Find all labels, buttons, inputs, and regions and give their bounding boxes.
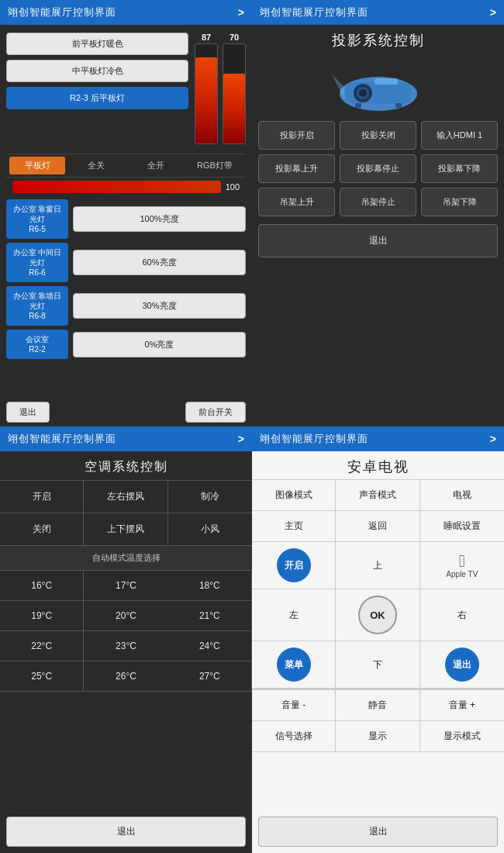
tv-display-mode-btn[interactable]: 显示模式 [420, 721, 504, 752]
dpad-ok-circle: OK [358, 596, 397, 634]
dpad-down-btn[interactable]: 下 [336, 641, 419, 689]
ac-off-btn[interactable]: 关闭 [0, 513, 84, 546]
ac-temp-16[interactable]: 16°C [0, 571, 84, 601]
rgb-bar: 100 [6, 178, 246, 196]
sliders-section: 前平板灯暖色 中平板灯冷色 R2-3 后平板灯 87 70 [6, 29, 246, 154]
svg-rect-7 [395, 103, 402, 108]
slider-2-label: 70 [230, 33, 239, 42]
mid-panel-cool-btn[interactable]: 中平板灯冷色 [6, 60, 188, 82]
hanger-stop-btn[interactable]: 吊架停止 [340, 188, 416, 216]
svg-marker-8 [332, 74, 344, 99]
projector-content: 投影系统控制 投影开启 投影关闭 输入H [252, 25, 504, 427]
light-buttons: 前平板灯暖色 中平板灯冷色 R2-3 后平板灯 [6, 33, 188, 147]
tab-all-on[interactable]: 全开 [128, 157, 184, 174]
projector-title: 投影系统控制 [332, 31, 425, 50]
ac-on-btn[interactable]: 开启 [0, 481, 84, 513]
lighting-exit-btn[interactable]: 退出 [6, 402, 50, 423]
screen-down-btn[interactable]: 投影幕下降 [421, 154, 498, 183]
front-desk-switch-btn[interactable]: 前台开关 [185, 402, 246, 423]
tv-sound-mode-btn[interactable]: 声音模式 [336, 480, 419, 511]
ac-panel-header: 翊创智能展厅控制界面 > [0, 427, 252, 451]
projector-exit-btn[interactable]: 退出 [258, 224, 498, 257]
tv-back-btn[interactable]: 返回 [336, 511, 419, 542]
slider-2-track[interactable] [223, 43, 246, 144]
ac-title: 空调系统控制 [0, 451, 252, 480]
tv-image-mode-btn[interactable]: 图像模式 [252, 480, 336, 511]
projector-panel-arrow: > [490, 6, 496, 19]
front-panel-warm-btn[interactable]: 前平板灯暖色 [6, 33, 188, 55]
tv-grid-row1: 图像模式 声音模式 电视 主页 返回 睡眠设置 [252, 479, 504, 542]
slider-1-track[interactable] [195, 43, 218, 144]
ac-temp-24[interactable]: 24°C [168, 631, 252, 661]
tv-mute-btn[interactable]: 静音 [336, 690, 419, 721]
projector-panel-title: 翊创智能展厅控制界面 [260, 5, 368, 19]
tab-panel-light[interactable]: 平板灯 [9, 157, 65, 174]
tab-all-off[interactable]: 全关 [68, 157, 124, 174]
ac-exit-btn[interactable]: 退出 [6, 817, 246, 847]
ac-cool-btn[interactable]: 制冷 [168, 481, 252, 513]
tv-signal-btn[interactable]: 信号选择 [252, 721, 336, 752]
tv-tv-btn[interactable]: 电视 [420, 480, 504, 511]
ac-auto-mode-label: 自动模式温度选择 [0, 546, 252, 571]
screen-stop-btn[interactable]: 投影幕停止 [340, 154, 416, 183]
ac-swing-ud-btn[interactable]: 上下摆风 [84, 513, 167, 546]
dimmer-label-1: 办公室 中间日光灯R6-6 [6, 243, 68, 282]
dimmer-pct-2[interactable]: 30%亮度 [73, 293, 246, 319]
proj-on-btn[interactable]: 投影开启 [258, 121, 335, 150]
dimmer-label-2: 办公室 靠墙日光灯R6-8 [6, 286, 68, 326]
dimmer-pct-3[interactable]: 0%亮度 [73, 332, 246, 357]
apple-icon:  [459, 553, 465, 570]
dpad-menu-btn[interactable]: 菜单 [252, 641, 336, 689]
ac-temp-26[interactable]: 26°C [84, 661, 167, 692]
ac-grid: 开启 左右摆风 制冷 关闭 上下摆风 小风 自动模式温度选择 16°C 17°C… [0, 480, 252, 692]
slider-2-wrap: 70 [223, 33, 246, 144]
ac-temp-20[interactable]: 20°C [84, 601, 167, 631]
tv-vol-down-btn[interactable]: 音量 - [252, 690, 336, 721]
projector-btn-grid-2: 投影幕上升 投影幕停止 投影幕下降 [258, 154, 498, 183]
ac-temp-22[interactable]: 22°C [0, 631, 84, 661]
dpad-exit-btn[interactable]: 退出 [420, 641, 504, 689]
ac-temp-23[interactable]: 23°C [84, 631, 167, 661]
slider-1-label: 87 [202, 33, 211, 42]
lighting-content: 前平板灯暖色 中平板灯冷色 R2-3 后平板灯 87 70 [0, 25, 252, 398]
main-grid: 翊创智能展厅控制界面 > 前平板灯暖色 中平板灯冷色 R2-3 后平板灯 87 [0, 0, 504, 853]
proj-hdmi-btn[interactable]: 输入HDMI 1 [421, 121, 498, 150]
dpad-right-btn[interactable]: 右 [420, 589, 504, 641]
ac-low-fan-btn[interactable]: 小风 [168, 513, 252, 546]
dpad-left-btn[interactable]: 左 [252, 589, 336, 641]
dimmer-pct-0[interactable]: 100%亮度 [73, 206, 246, 232]
ac-temp-19[interactable]: 19°C [0, 601, 84, 631]
ac-temp-18[interactable]: 18°C [168, 571, 252, 601]
rgb-slider-track[interactable] [12, 181, 221, 193]
projector-panel: 翊创智能展厅控制界面 > 投影系统控制 [252, 0, 504, 427]
dpad-up-btn[interactable]: 上 [336, 542, 419, 589]
dpad-exit-circle: 退出 [445, 648, 479, 682]
dpad-ok-btn[interactable]: OK [336, 589, 419, 641]
screen-up-btn[interactable]: 投影幕上升 [258, 154, 335, 183]
tv-exit-btn[interactable]: 退出 [258, 817, 498, 847]
r2-3-rear-panel-btn[interactable]: R2-3 后平板灯 [6, 87, 188, 109]
svg-rect-5 [375, 78, 398, 85]
dpad-power-circle: 开启 [277, 548, 311, 582]
hanger-down-btn[interactable]: 吊架下降 [421, 188, 498, 216]
svg-point-4 [359, 89, 367, 97]
ac-temp-21[interactable]: 21°C [168, 601, 252, 631]
tv-home-btn[interactable]: 主页 [252, 511, 336, 542]
ac-temp-25[interactable]: 25°C [0, 661, 84, 692]
tab-rgb[interactable]: RGB灯带 [187, 157, 243, 174]
ac-swing-lr-btn[interactable]: 左右摆风 [84, 481, 167, 513]
tv-display-btn[interactable]: 显示 [336, 721, 419, 752]
dimmer-row-0: 办公室 靠窗日光灯R6-5 100%亮度 [6, 199, 246, 239]
ac-temp-27[interactable]: 27°C [168, 661, 252, 692]
proj-off-btn[interactable]: 投影关闭 [340, 121, 416, 150]
dpad-power-btn[interactable]: 开启 [252, 542, 336, 589]
tv-grid-vol: 音量 - 静音 音量 + 信号选择 显示 显示模式 [252, 689, 504, 752]
lighting-panel-header: 翊创智能展厅控制界面 > [0, 0, 252, 25]
dimmer-pct-1[interactable]: 60%亮度 [73, 250, 246, 275]
tv-sleep-btn[interactable]: 睡眠设置 [420, 511, 504, 542]
tv-vol-up-btn[interactable]: 音量 + [420, 690, 504, 721]
lighting-panel-title: 翊创智能展厅控制界面 [8, 5, 116, 19]
hanger-up-btn[interactable]: 吊架上升 [258, 188, 335, 216]
apple-tv-btn[interactable]:  Apple TV [420, 542, 504, 589]
ac-temp-17[interactable]: 17°C [84, 571, 167, 601]
